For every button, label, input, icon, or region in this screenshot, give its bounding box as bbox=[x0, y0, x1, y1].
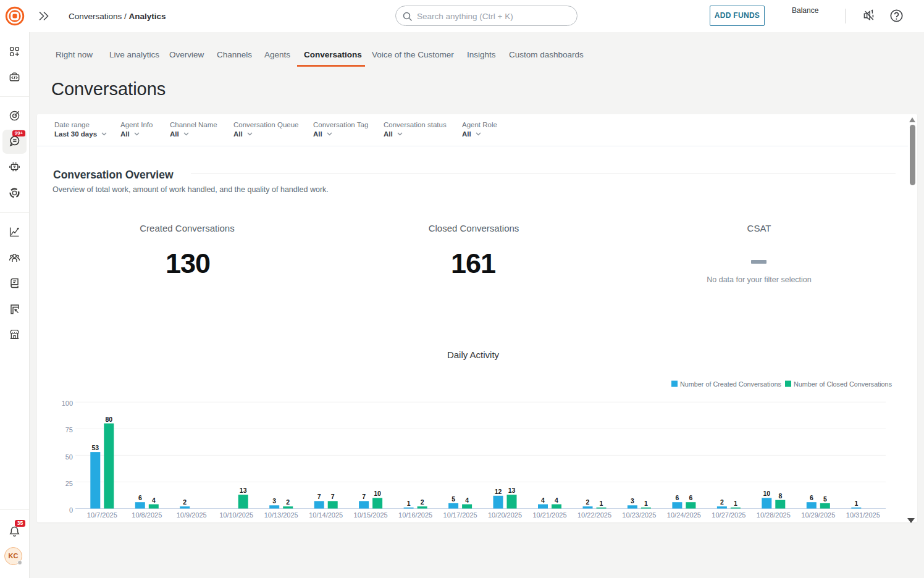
svg-text:75: 75 bbox=[65, 426, 73, 434]
svg-text:10/14/2025: 10/14/2025 bbox=[309, 511, 343, 519]
svg-text:3: 3 bbox=[272, 497, 276, 505]
svg-text:5: 5 bbox=[823, 495, 827, 503]
svg-text:0: 0 bbox=[69, 506, 73, 514]
svg-text:2: 2 bbox=[586, 498, 590, 506]
svg-text:1: 1 bbox=[407, 500, 411, 507]
svg-text:7: 7 bbox=[362, 493, 366, 500]
svg-text:4: 4 bbox=[555, 496, 558, 504]
svg-text:10/23/2025: 10/23/2025 bbox=[622, 511, 656, 519]
svg-text:6: 6 bbox=[675, 494, 679, 501]
svg-text:10/13/2025: 10/13/2025 bbox=[264, 511, 298, 519]
svg-text:10/20/2025: 10/20/2025 bbox=[488, 511, 522, 519]
svg-text:3: 3 bbox=[631, 497, 634, 505]
svg-text:1: 1 bbox=[644, 500, 648, 507]
svg-text:10/31/2025: 10/31/2025 bbox=[846, 511, 880, 519]
svg-text:10/7/2025: 10/7/2025 bbox=[87, 511, 117, 519]
svg-text:10/22/2025: 10/22/2025 bbox=[578, 511, 611, 519]
svg-text:25: 25 bbox=[65, 480, 73, 487]
svg-text:10/27/2025: 10/27/2025 bbox=[712, 511, 746, 519]
svg-text:2: 2 bbox=[183, 498, 187, 506]
svg-text:10/24/2025: 10/24/2025 bbox=[667, 511, 701, 519]
svg-text:8: 8 bbox=[778, 492, 782, 500]
svg-text:10/8/2025: 10/8/2025 bbox=[132, 511, 162, 519]
svg-text:2: 2 bbox=[286, 498, 290, 506]
svg-text:50: 50 bbox=[65, 453, 73, 461]
svg-text:2: 2 bbox=[421, 498, 424, 506]
svg-text:13: 13 bbox=[508, 487, 516, 494]
svg-text:10: 10 bbox=[763, 490, 770, 497]
svg-text:10/16/2025: 10/16/2025 bbox=[398, 511, 432, 519]
svg-text:53: 53 bbox=[91, 444, 99, 451]
svg-text:10/9/2025: 10/9/2025 bbox=[177, 511, 207, 519]
svg-text:13: 13 bbox=[240, 487, 247, 494]
svg-text:5: 5 bbox=[452, 495, 455, 503]
svg-text:1: 1 bbox=[600, 500, 603, 507]
svg-text:6: 6 bbox=[138, 494, 142, 501]
svg-text:6: 6 bbox=[810, 494, 813, 501]
svg-text:80: 80 bbox=[105, 416, 112, 423]
svg-text:10: 10 bbox=[374, 490, 381, 497]
svg-text:10/10/2025: 10/10/2025 bbox=[219, 511, 253, 519]
svg-text:4: 4 bbox=[152, 496, 156, 504]
svg-text:10/17/2025: 10/17/2025 bbox=[443, 511, 477, 519]
svg-text:Number of Created Conversation: Number of Created Conversations bbox=[680, 380, 781, 388]
svg-text:10/29/2025: 10/29/2025 bbox=[801, 511, 835, 519]
svg-text:1: 1 bbox=[854, 500, 858, 507]
svg-text:7: 7 bbox=[317, 493, 321, 500]
svg-text:100: 100 bbox=[62, 400, 73, 407]
svg-text:12: 12 bbox=[495, 488, 502, 495]
svg-text:2: 2 bbox=[720, 498, 724, 506]
svg-text:10/21/2025: 10/21/2025 bbox=[532, 511, 566, 519]
svg-text:7: 7 bbox=[331, 493, 335, 500]
svg-text:4: 4 bbox=[465, 496, 469, 504]
svg-text:4: 4 bbox=[541, 496, 545, 504]
svg-text:Number of Closed Conversations: Number of Closed Conversations bbox=[794, 380, 892, 388]
svg-text:6: 6 bbox=[689, 494, 692, 501]
svg-text:1: 1 bbox=[734, 500, 737, 507]
svg-text:10/28/2025: 10/28/2025 bbox=[757, 511, 791, 519]
svg-text:10/15/2025: 10/15/2025 bbox=[354, 511, 388, 519]
